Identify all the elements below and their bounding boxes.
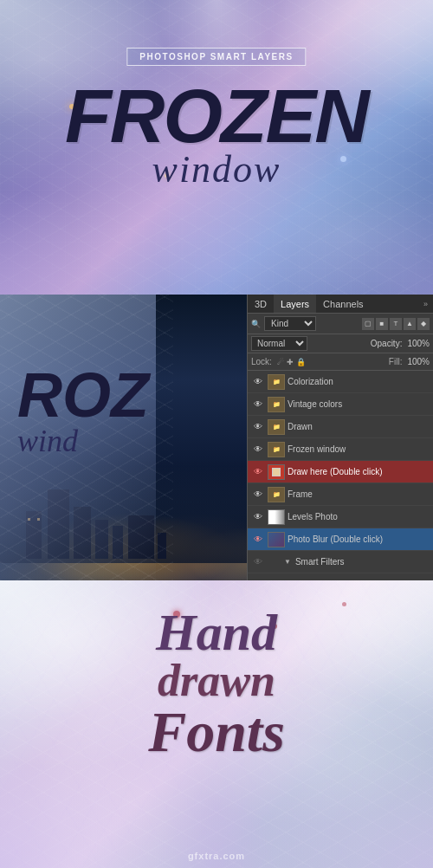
eye-drawn[interactable]: 👁 [251, 422, 265, 431]
page-wrapper: photoSHOP SMART Layers FROZEN window ROZ… [0, 0, 433, 868]
tri-smart: ▼ [284, 558, 291, 566]
eye-photo-blur[interactable]: 👁 [251, 534, 265, 544]
layer-vintage[interactable]: 👁 📁 Vintage colors [248, 393, 433, 416]
badge-text: photoSHOP SMART Layers [139, 52, 293, 62]
name-smart-filters: Smart Filters [295, 557, 430, 567]
photoshop-badge: photoSHOP SMART Layers [126, 48, 306, 66]
name-levels: Levels Photo [288, 512, 430, 521]
name-frame: Frame [288, 489, 430, 499]
name-colorization: Colorization [288, 377, 430, 386]
filter-text-btn[interactable]: T [390, 318, 402, 330]
name-vintage: Vintage colors [288, 399, 430, 409]
layer-colorization[interactable]: 👁 📁 Colorization [248, 371, 433, 393]
name-draw-here: Draw here (Double click) [288, 467, 430, 476]
filter-icons-row: ▢ ■ T ▲ ◆ [362, 318, 430, 330]
eye-colorization[interactable]: 👁 [251, 377, 265, 386]
filter-smart-btn[interactable]: ◆ [417, 318, 430, 330]
section-top: photoSHOP SMART Layers FROZEN window [0, 0, 433, 295]
name-frozen-window: Frozen window [288, 444, 430, 454]
layer-blur-gallery[interactable]: 👁 Blur Gallery [248, 573, 433, 580]
section-bottom: Hand drawn Fonts gfxtra.com [0, 580, 433, 868]
eye-levels[interactable]: 👁 [251, 512, 265, 521]
eye-smart-filters[interactable]: 👁 [251, 557, 265, 567]
thumb-frame: 📁 [268, 487, 285, 502]
fill-value[interactable]: 100% [407, 357, 430, 366]
layer-list: 👁 📁 Colorization 👁 📁 Vintage colors 👁 📁 … [248, 371, 433, 580]
opacity-label: Opacity: [371, 339, 403, 348]
name-photo-blur: Photo Blur (Double click) [288, 534, 430, 544]
lock-all-icon[interactable]: 🔒 [296, 358, 306, 366]
filter-shape-btn[interactable]: ▲ [404, 318, 416, 330]
hand-line2: drawn [26, 658, 407, 703]
roz-title-big: ROZ [17, 364, 149, 426]
layer-frame[interactable]: 👁 📁 Frame [248, 483, 433, 506]
layers-filter-row: 🔍 Kind ▢ ■ T ▲ ◆ [248, 314, 433, 334]
hand-line1: Hand [26, 606, 407, 658]
hand-drawn-title: Hand drawn Fonts [26, 606, 407, 761]
thumb-photo-blur [268, 532, 285, 547]
eye-frame[interactable]: 👁 [251, 489, 265, 499]
frozen-title-container: FROZEN window [0, 78, 433, 191]
watermark: gfxtra.com [188, 851, 245, 861]
section-middle: ROZ wind 3D Layers Channels » 🔍 [0, 295, 433, 580]
eye-frozen-window[interactable]: 👁 [251, 444, 265, 454]
lock-label: Lock: [251, 357, 272, 366]
opacity-value[interactable]: 100% [407, 339, 430, 348]
lock-pixel-icon[interactable]: ☄ [277, 358, 284, 366]
layers-panel-tabs: 3D Layers Channels » [248, 295, 433, 314]
eye-vintage[interactable]: 👁 [251, 399, 265, 409]
thumb-draw-here [268, 464, 285, 480]
thumb-vintage: 📁 [268, 397, 285, 412]
lock-move-icon[interactable]: ✚ [287, 358, 294, 366]
tabs-chevron[interactable]: » [418, 300, 433, 308]
filter-adjust-btn[interactable]: ■ [376, 318, 388, 330]
layer-frozen-window[interactable]: 👁 📁 Frozen window [248, 438, 433, 461]
frozen-title-big: FROZEN [0, 78, 433, 154]
thumb-colorization: 📁 [268, 374, 285, 390]
name-drawn: Drawn [288, 422, 430, 431]
blend-mode-dropdown[interactable]: Normal [251, 336, 307, 351]
tab-layers[interactable]: Layers [274, 295, 316, 313]
tab-channels[interactable]: Channels [316, 295, 370, 313]
hand-line3: Fonts [26, 703, 407, 761]
layer-smart-filters[interactable]: 👁 ▼ Smart Filters [248, 551, 433, 573]
layers-panel: 3D Layers Channels » 🔍 Kind ▢ [247, 295, 433, 580]
layer-photo-blur[interactable]: 👁 Photo Blur (Double click) [248, 528, 433, 551]
lock-icons: ☄ ✚ 🔒 [277, 358, 306, 366]
layer-drawn[interactable]: 👁 📁 Drawn [248, 416, 433, 438]
filter-icon: 🔍 [251, 320, 261, 328]
filter-pixel-btn[interactable]: ▢ [362, 318, 374, 330]
layer-levels[interactable]: 👁 Levels Photo [248, 506, 433, 528]
thumb-drawn: 📁 [268, 419, 285, 435]
layers-mode-row: Normal Opacity: 100% [248, 334, 433, 353]
thumb-frozen-window: 📁 [268, 442, 285, 457]
filter-kind-dropdown[interactable]: Kind [264, 316, 316, 331]
roz-title-container: ROZ wind [17, 364, 149, 459]
thumb-levels [268, 509, 285, 525]
fill-label: Fill: [389, 357, 403, 366]
layers-lock-row: Lock: ☄ ✚ 🔒 Fill: 100% [248, 353, 433, 371]
layer-draw-here[interactable]: 👁 Draw here (Double click) [248, 461, 433, 483]
eye-draw-here[interactable]: 👁 [251, 467, 265, 476]
tab-3d[interactable]: 3D [248, 295, 274, 313]
